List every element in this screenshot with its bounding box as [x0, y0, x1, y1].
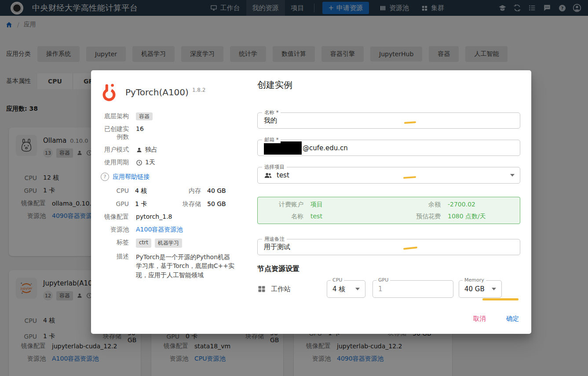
cpu-select[interactable]: CPU 4 核: [327, 280, 365, 298]
cancel-button[interactable]: 取消: [473, 315, 486, 323]
billing-account-label: 计费账户: [265, 201, 303, 209]
image-value: pytorch_1.8: [136, 213, 236, 220]
cpu-select-label: CPU: [331, 277, 344, 283]
pool-label: 资源池: [101, 226, 129, 234]
remark-field[interactable]: 用途备注 用于测试: [257, 239, 520, 255]
project-select-value: test: [277, 171, 289, 179]
billing-name-value: test: [310, 213, 385, 221]
arch-label: 底层架构: [101, 112, 129, 120]
user-mode-label: 用户模式: [101, 146, 129, 154]
memory-label: 内存: [174, 187, 201, 195]
memory-select[interactable]: Memory 40 GB: [459, 280, 502, 298]
name-field-label: 名称 *: [262, 109, 281, 116]
app-info-panel: PyTorch(A100)1.8.2 底层架构 容器 已创建实例数 16 用户模…: [91, 70, 246, 334]
project-select[interactable]: 选择项目 test: [257, 167, 520, 184]
cpu-label: CPU: [110, 187, 129, 195]
cpu-value: 4 核: [135, 187, 168, 195]
memory-value: 40 GB: [207, 187, 236, 195]
people-icon: [264, 172, 272, 179]
desc-label: 描述: [101, 253, 129, 260]
tag-chip-ml: 机器学习: [155, 239, 182, 248]
email-domain: @cufe.edu.cn: [303, 144, 348, 152]
name-field[interactable]: 名称 * 我的: [257, 112, 520, 129]
block-label: 块存储: [174, 200, 201, 208]
memory-select-value: 40 GB: [464, 285, 485, 293]
billing-account-value: 项目: [310, 201, 385, 209]
period-value: 1天: [145, 159, 155, 166]
create-instance-dialog: PyTorch(A100)1.8.2 底层架构 容器 已创建实例数 16 用户模…: [91, 70, 531, 334]
workstation-icon: [257, 285, 266, 293]
chevron-down-icon: [355, 288, 360, 290]
gpu-input-value: 1: [378, 285, 383, 293]
app-help-link[interactable]: 应用帮助链接: [113, 173, 150, 181]
node-resource-section-title: 节点资源设置: [257, 264, 299, 274]
gpu-input[interactable]: GPU 1: [373, 280, 453, 298]
person-icon: [136, 147, 142, 153]
block-value: 50 GB: [207, 200, 236, 208]
pytorch-logo-icon: [101, 82, 117, 103]
instances-value: 16: [136, 125, 236, 132]
estimated-cost-value: 1080 点数/天: [448, 213, 513, 221]
desc-text: PyTorch是一个开源的Python机器学习库，基于Torch，底层由C++实…: [136, 253, 236, 279]
estimated-cost-label: 预估花费: [392, 213, 441, 221]
period-label: 使用周期: [101, 159, 129, 166]
email-field[interactable]: 邮箱 * @cufe.edu.cn: [257, 140, 520, 156]
project-select-label: 选择项目: [262, 164, 287, 170]
dialog-title: 创建实例: [257, 79, 292, 91]
name-field-value: 我的: [264, 116, 277, 125]
cpu-select-value: 4 核: [332, 285, 345, 293]
create-instance-form: 创建实例 名称 * 我的 邮箱 * @cufe.edu.cn 选择项目 test…: [246, 70, 531, 334]
pool-link[interactable]: A100容器资源池: [136, 226, 183, 233]
chevron-down-icon: [492, 288, 496, 290]
billing-name-label: 名称: [265, 213, 303, 221]
remark-field-value: 用于测试: [264, 243, 290, 251]
instances-label: 已创建实例数: [101, 125, 129, 141]
user-mode-value: 独占: [145, 146, 157, 154]
remark-field-label: 用途备注: [262, 236, 287, 242]
question-circle-icon: ?: [101, 173, 109, 181]
gpu-input-label: GPU: [376, 277, 390, 283]
gpu-value: 1 卡: [135, 200, 168, 208]
arch-chip: 容器: [136, 112, 153, 120]
app-name: PyTorch(A100): [125, 87, 189, 98]
chevron-down-icon: [510, 174, 515, 177]
gpu-label: GPU: [110, 200, 129, 208]
image-label: 镜像配置: [101, 213, 129, 221]
app-version: 1.8.2: [192, 87, 206, 93]
memory-select-label: Memory: [463, 277, 486, 283]
tag-chip-ctrt: ctrt: [136, 239, 151, 248]
confirm-button[interactable]: 确定: [506, 315, 519, 323]
annotation-underline-cpu: [482, 298, 519, 300]
balance-label: 余额: [392, 201, 441, 209]
clock-icon: [136, 159, 142, 166]
workstation-label: 工作站: [271, 285, 291, 293]
app-screen: 中央财经大学高性能计算平台 工作台 我的资源 项目 + 申请资源 资源池: [0, 0, 588, 376]
email-field-label: 邮箱 *: [262, 137, 281, 143]
billing-summary-box: 计费账户 项目 余额 -2700.02 名称 test 预估花费 1080 点数…: [257, 197, 520, 224]
balance-value: -2700.02: [448, 201, 513, 209]
redacted-email-user: [264, 141, 302, 155]
tags-label: 标签: [101, 239, 129, 246]
